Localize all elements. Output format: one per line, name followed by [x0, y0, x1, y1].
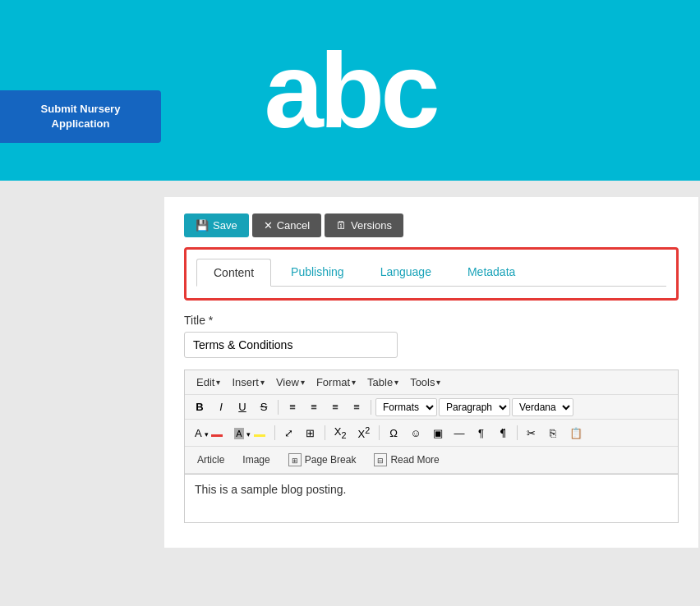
strikethrough-button[interactable]: S [254, 397, 274, 416]
font-select[interactable]: Verdana [512, 398, 573, 416]
versions-button[interactable]: 🗓 Versions [325, 213, 403, 237]
format-menu[interactable]: Format ▾ [311, 374, 361, 391]
superscript-button[interactable]: X2 [353, 422, 375, 443]
view-caret: ▾ [301, 378, 305, 387]
tabs-container: Content Publishing Language Metadata [184, 247, 679, 301]
title-label: Title * [184, 314, 679, 327]
view-menu[interactable]: View ▾ [271, 374, 310, 391]
editor-content[interactable]: This is a sample blog posting. [184, 474, 679, 523]
bg-color-swatch [254, 434, 265, 437]
color-dropdown-arrow: ▾ [205, 430, 209, 438]
copy-button[interactable]: ⎘ [543, 424, 563, 443]
insert-caret: ▾ [260, 378, 265, 387]
insert-menu[interactable]: Insert ▾ [227, 374, 269, 391]
text-color-button[interactable]: A ▾ [190, 424, 228, 443]
editor-toolbar: Edit ▾ Insert ▾ View ▾ Format ▾ Table [184, 370, 679, 474]
divider-5 [379, 425, 380, 440]
x-icon: ✕ [264, 219, 273, 232]
italic-button[interactable]: I [211, 397, 231, 416]
logo: abc [264, 29, 435, 152]
tab-publishing[interactable]: Publishing [274, 259, 361, 287]
read-more-icon: ⊟ [374, 453, 387, 466]
bg-dropdown-arrow: ▾ [246, 430, 251, 438]
tab-metadata[interactable]: Metadata [451, 259, 532, 287]
align-justify-button[interactable]: ≡ [347, 397, 366, 416]
read-more-button[interactable]: ⊟ Read More [366, 450, 446, 470]
divider-4 [325, 425, 325, 440]
tab-content[interactable]: Content [196, 259, 271, 287]
main-area: 💾 Save ✕ Cancel 🗓 Versions Content Publi… [0, 181, 700, 606]
content-panel: 💾 Save ✕ Cancel 🗓 Versions Content Publi… [164, 197, 698, 548]
action-toolbar: 💾 Save ✕ Cancel 🗓 Versions [184, 213, 679, 237]
header: abc Submit Nursery Application [0, 0, 700, 181]
bg-color-icon: A [234, 428, 243, 439]
cut-button[interactable]: ✂ [522, 424, 541, 443]
bold-button[interactable]: B [190, 397, 210, 416]
tab-bar: Content Publishing Language Metadata [196, 258, 666, 287]
image-button[interactable]: Image [235, 451, 277, 469]
page-break-button[interactable]: ⊞ Page Break [281, 450, 364, 470]
page-break-icon: ⊞ [288, 453, 302, 466]
editor-format-bar-2: A ▾ A ▾ ⤢ ⊞ X2 X2 Ω ☺ ▣ — [185, 420, 678, 447]
divider-6 [517, 425, 518, 440]
paragraph-mark-button[interactable]: ¶ [472, 424, 491, 443]
media-button[interactable]: ▣ [428, 424, 448, 443]
divider-3 [274, 425, 275, 440]
source-button[interactable]: ¶̈ [493, 424, 513, 443]
divider-2 [371, 400, 371, 415]
table-menu[interactable]: Table ▾ [362, 374, 403, 391]
editor-menu-bar: Edit ▾ Insert ▾ View ▾ Format ▾ Table [185, 370, 678, 395]
edit-caret: ▾ [216, 378, 220, 387]
fullscreen-button[interactable]: ⤢ [279, 424, 299, 443]
tools-menu[interactable]: Tools ▾ [405, 374, 445, 391]
underline-button[interactable]: U [233, 397, 252, 416]
floppy-icon: 💾 [196, 219, 209, 232]
special-chars-button[interactable]: Ω [384, 424, 403, 443]
paste-button[interactable]: 📋 [564, 424, 587, 443]
text-color-swatch [211, 434, 223, 437]
cancel-button[interactable]: ✕ Cancel [252, 213, 321, 237]
align-center-button[interactable]: ≡ [304, 397, 324, 416]
formats-select[interactable]: Formats [375, 398, 437, 416]
align-right-button[interactable]: ≡ [325, 397, 345, 416]
subscript-button[interactable]: X2 [329, 422, 352, 443]
editor-format-bar-1: B I U S ≡ ≡ ≡ ≡ Formats Paragraph Verdan… [185, 395, 678, 420]
text-color-icon: A [195, 427, 201, 439]
hr-button[interactable]: — [449, 424, 470, 443]
save-button[interactable]: 💾 Save [184, 213, 249, 237]
emoji-button[interactable]: ☺ [405, 424, 426, 443]
paragraph-select[interactable]: Paragraph [439, 398, 510, 416]
table-insert-button[interactable]: ⊞ [301, 424, 320, 443]
title-input[interactable] [184, 332, 398, 358]
bg-color-button[interactable]: A ▾ [229, 424, 270, 443]
submit-nursery-button[interactable]: Submit Nursery Application [0, 90, 161, 143]
versions-icon: 🗓 [336, 219, 347, 232]
tab-language[interactable]: Language [364, 259, 448, 287]
align-left-button[interactable]: ≡ [283, 397, 302, 416]
divider-1 [278, 400, 279, 415]
article-button[interactable]: Article [190, 451, 232, 469]
table-caret: ▾ [394, 378, 398, 387]
tools-caret: ▾ [436, 378, 440, 387]
edit-menu[interactable]: Edit ▾ [191, 374, 225, 391]
editor-plugin-bar: Article Image ⊞ Page Break ⊟ Read More [185, 447, 678, 474]
format-caret: ▾ [352, 378, 356, 387]
